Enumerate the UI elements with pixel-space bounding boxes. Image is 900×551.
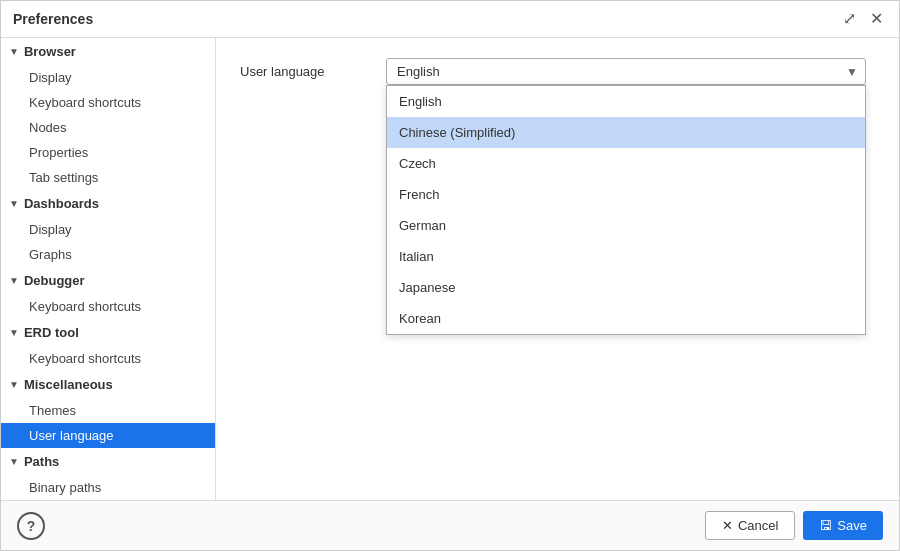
language-dropdown-container: ▼ EnglishChinese (Simplified)CzechFrench…: [386, 58, 866, 85]
footer: ? ✕ Cancel 🖫 Save: [1, 500, 899, 550]
title-bar-buttons: ⤢ ✕: [839, 9, 887, 29]
chevron-icon: ▼: [9, 46, 19, 57]
cancel-button[interactable]: ✕ Cancel: [705, 511, 795, 540]
sidebar-group-dashboards[interactable]: ▼Dashboards: [1, 190, 215, 217]
expand-button[interactable]: ⤢: [839, 9, 860, 29]
sidebar: ▼BrowserDisplayKeyboard shortcutsNodesPr…: [1, 38, 216, 500]
chevron-icon: ▼: [9, 198, 19, 209]
chevron-icon: ▼: [9, 327, 19, 338]
sidebar-item-browser-properties[interactable]: Properties: [1, 140, 215, 165]
sidebar-group-erd-tool[interactable]: ▼ERD tool: [1, 319, 215, 346]
main-panel: User language ▼ EnglishChinese (Simplifi…: [216, 38, 899, 500]
sidebar-item-debugger-keyboard-shortcuts[interactable]: Keyboard shortcuts: [1, 294, 215, 319]
sidebar-group-paths[interactable]: ▼Paths: [1, 448, 215, 475]
help-button[interactable]: ?: [17, 512, 45, 540]
dropdown-option-french[interactable]: French: [387, 179, 865, 210]
footer-actions: ✕ Cancel 🖫 Save: [705, 511, 883, 540]
dropdown-option-italian[interactable]: Italian: [387, 241, 865, 272]
content-area: ▼BrowserDisplayKeyboard shortcutsNodesPr…: [1, 38, 899, 500]
sidebar-item-browser-tab-settings[interactable]: Tab settings: [1, 165, 215, 190]
user-language-label: User language: [240, 58, 370, 79]
dialog-title: Preferences: [13, 11, 93, 27]
language-dropdown-list: EnglishChinese (Simplified)CzechFrenchGe…: [386, 85, 866, 335]
sidebar-group-browser[interactable]: ▼Browser: [1, 38, 215, 65]
chevron-icon: ▼: [9, 456, 19, 467]
dropdown-option-german[interactable]: German: [387, 210, 865, 241]
sidebar-item-dashboards-display[interactable]: Display: [1, 217, 215, 242]
dropdown-option-czech[interactable]: Czech: [387, 148, 865, 179]
sidebar-item-erd-keyboard-shortcuts[interactable]: Keyboard shortcuts: [1, 346, 215, 371]
sidebar-item-paths-binary[interactable]: Binary paths: [1, 475, 215, 500]
preferences-dialog: Preferences ⤢ ✕ ▼BrowserDisplayKeyboard …: [0, 0, 900, 551]
chevron-icon: ▼: [9, 275, 19, 286]
save-icon: 🖫: [819, 518, 832, 533]
language-dropdown-input[interactable]: [386, 58, 866, 85]
dropdown-option-korean[interactable]: Korean: [387, 303, 865, 334]
dropdown-option-japanese[interactable]: Japanese: [387, 272, 865, 303]
save-button[interactable]: 🖫 Save: [803, 511, 883, 540]
sidebar-item-browser-nodes[interactable]: Nodes: [1, 115, 215, 140]
cancel-icon: ✕: [722, 518, 733, 533]
sidebar-item-misc-themes[interactable]: Themes: [1, 398, 215, 423]
sidebar-group-miscellaneous[interactable]: ▼Miscellaneous: [1, 371, 215, 398]
close-button[interactable]: ✕: [866, 9, 887, 29]
title-bar: Preferences ⤢ ✕: [1, 1, 899, 38]
sidebar-item-misc-user-language[interactable]: User language: [1, 423, 215, 448]
sidebar-group-debugger[interactable]: ▼Debugger: [1, 267, 215, 294]
save-label: Save: [837, 518, 867, 533]
user-language-row: User language ▼ EnglishChinese (Simplifi…: [240, 58, 875, 85]
sidebar-item-browser-keyboard-shortcuts[interactable]: Keyboard shortcuts: [1, 90, 215, 115]
dropdown-option-english[interactable]: English: [387, 86, 865, 117]
chevron-icon: ▼: [9, 379, 19, 390]
sidebar-item-dashboards-graphs[interactable]: Graphs: [1, 242, 215, 267]
sidebar-item-browser-display[interactable]: Display: [1, 65, 215, 90]
cancel-label: Cancel: [738, 518, 778, 533]
dropdown-option-chinese-simplified[interactable]: Chinese (Simplified): [387, 117, 865, 148]
